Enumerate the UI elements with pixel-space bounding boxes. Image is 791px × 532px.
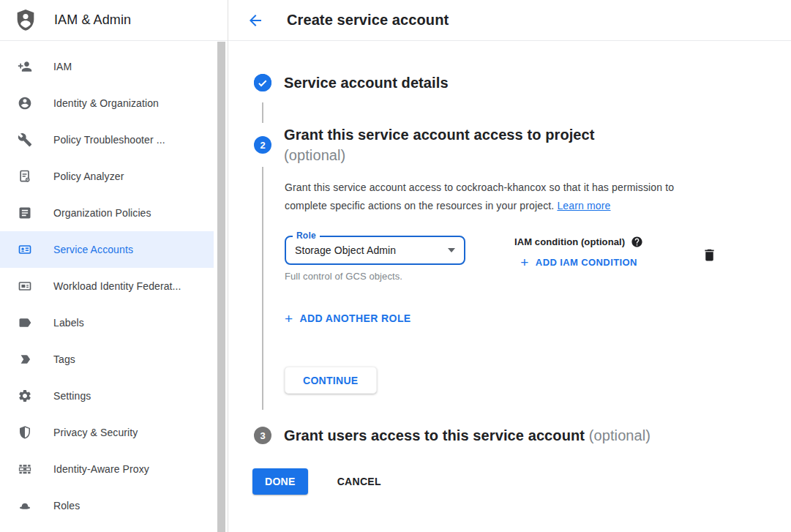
- sidebar-item-labels[interactable]: Labels: [0, 304, 214, 341]
- chevron-down-icon: [448, 248, 455, 252]
- wrench-icon: [18, 132, 32, 147]
- step-3-title: Grant users access to this service accou…: [284, 427, 651, 444]
- sidebar-item-organization-policies[interactable]: Organization Policies: [0, 195, 214, 231]
- sidebar-item-label: Settings: [53, 390, 91, 402]
- sidebar-item-service-accounts[interactable]: Service Accounts: [0, 231, 214, 268]
- sidebar-item-label: Privacy & Security: [53, 427, 138, 438]
- gear-icon: [18, 389, 32, 403]
- add-another-role-row: + ADD ANOTHER ROLE: [279, 308, 718, 329]
- plus-icon: +: [520, 258, 529, 267]
- add-iam-condition-button[interactable]: + ADD IAM CONDITION: [514, 252, 642, 272]
- iam-condition-label: IAM condition (optional): [514, 236, 625, 247]
- back-arrow-icon[interactable]: [247, 12, 264, 29]
- form-actions: DONE CANCEL: [252, 468, 387, 495]
- sidebar-item-policy-troubleshooter[interactable]: Policy Troubleshooter ...: [0, 121, 214, 158]
- help-icon[interactable]: [631, 236, 643, 248]
- sidebar-header: IAM & Admin: [0, 0, 228, 41]
- step-2-description: Grant this service account access to coc…: [285, 179, 718, 215]
- wizard-content: Service account details 2 Grant this ser…: [228, 41, 791, 532]
- add-iam-condition-label: ADD IAM CONDITION: [536, 257, 637, 268]
- service-account-badge-icon: [18, 242, 32, 257]
- tag-arrow-icon: [18, 352, 32, 367]
- add-another-role-button[interactable]: + ADD ANOTHER ROLE: [279, 308, 417, 329]
- sidebar-item-iam[interactable]: IAM: [0, 48, 214, 85]
- step-1-service-account-details: Service account details: [254, 74, 449, 91]
- sidebar-item-label: Policy Troubleshooter ...: [53, 134, 165, 146]
- step-2-title: Grant this service account access to pro…: [284, 124, 595, 165]
- account-circle-icon: [18, 96, 32, 110]
- step-1-title: Service account details: [284, 75, 449, 91]
- delete-role-trash-icon[interactable]: [700, 247, 718, 265]
- main-header: Create service account: [228, 0, 791, 41]
- sidebar-scrollbar[interactable]: [217, 42, 225, 532]
- sidebar-item-label: Identity & Organization: [53, 97, 159, 109]
- shield-icon: [18, 425, 32, 440]
- plus-icon: +: [285, 314, 293, 323]
- sidebar-item-privacy-security[interactable]: Privacy & Security: [0, 414, 214, 451]
- page-title: Create service account: [287, 12, 449, 29]
- sidebar-item-label: Workload Identity Federat...: [53, 280, 181, 292]
- sidebar-item-identity-organization[interactable]: Identity & Organization: [0, 85, 214, 121]
- sidebar-item-tags[interactable]: Tags: [0, 341, 214, 378]
- step-3-title-text: Grant users access to this service accou…: [284, 427, 585, 443]
- id-card-icon: [18, 279, 32, 293]
- iam-shield-logo-icon: [15, 9, 37, 32]
- step-2-title-text: Grant this service account access to pro…: [284, 124, 595, 145]
- step-3-number-badge: 3: [254, 427, 271, 444]
- main-panel: Create service account Service account d…: [228, 0, 791, 532]
- learn-more-link[interactable]: Learn more: [557, 200, 610, 211]
- step-1-complete-check-icon: [254, 74, 271, 91]
- sidebar-item-label: Labels: [53, 317, 84, 329]
- document-gear-icon: [18, 169, 32, 184]
- role-select-label: Role: [293, 231, 320, 241]
- sidebar-item-roles[interactable]: Roles: [0, 487, 214, 524]
- stepper-connector: [262, 102, 263, 123]
- person-add-icon: [18, 59, 32, 74]
- sidebar-item-label: Identity-Aware Proxy: [53, 463, 149, 475]
- sidebar-item-label: IAM: [53, 61, 72, 72]
- sidebar-item-workload-identity-federation[interactable]: Workload Identity Federat...: [0, 268, 214, 304]
- sidebar-item-label: Policy Analyzer: [53, 171, 124, 182]
- continue-button[interactable]: CONTINUE: [285, 367, 377, 394]
- stepper-connector: [262, 167, 263, 410]
- step-3-optional-label: (optional): [589, 427, 651, 443]
- role-column: Role Storage Object Admin Full control o…: [285, 236, 465, 282]
- sidebar-item-identity-aware-proxy[interactable]: Identity-Aware Proxy: [0, 451, 214, 487]
- sidebar-item-settings[interactable]: Settings: [0, 378, 214, 414]
- step-2-header: 2 Grant this service account access to p…: [254, 124, 595, 165]
- document-icon: [18, 206, 32, 220]
- role-select[interactable]: Role Storage Object Admin: [285, 236, 465, 265]
- product-title: IAM & Admin: [54, 12, 131, 28]
- iam-condition-label-row: IAM condition (optional): [514, 236, 643, 248]
- step-3-header: 3 Grant users access to this service acc…: [254, 427, 651, 444]
- step-2-number-badge: 2: [254, 136, 271, 154]
- role-row: Role Storage Object Admin Full control o…: [285, 236, 718, 282]
- cancel-button[interactable]: CANCEL: [331, 470, 387, 493]
- role-select-value: Storage Object Admin: [295, 244, 396, 256]
- sidebar-nav: IAM Identity & Organization Policy Troub…: [0, 41, 228, 524]
- sidebar-item-label: Roles: [53, 500, 80, 512]
- sidebar-item-policy-analyzer[interactable]: Policy Analyzer: [0, 158, 214, 195]
- hat-icon: [18, 498, 32, 513]
- role-helper-text: Full control of GCS objects.: [285, 271, 465, 282]
- sidebar: IAM & Admin IAM Identity & Organization …: [0, 0, 228, 532]
- proxy-layers-icon: [18, 462, 32, 476]
- sidebar-item-label: Service Accounts: [53, 244, 133, 255]
- iam-condition-column: IAM condition (optional) + ADD IAM CONDI…: [514, 236, 643, 272]
- step-2-body: Grant this service account access to coc…: [285, 179, 718, 394]
- sidebar-item-label: Tags: [53, 353, 75, 365]
- sidebar-item-label: Organization Policies: [53, 207, 151, 219]
- step-2-optional-label: (optional): [284, 145, 595, 165]
- iam-admin-app: IAM & Admin IAM Identity & Organization …: [0, 0, 791, 532]
- add-another-role-label: ADD ANOTHER ROLE: [300, 312, 411, 324]
- label-tag-icon: [18, 315, 32, 330]
- done-button[interactable]: DONE: [252, 468, 308, 495]
- description-text: Grant this service account access to coc…: [285, 181, 674, 211]
